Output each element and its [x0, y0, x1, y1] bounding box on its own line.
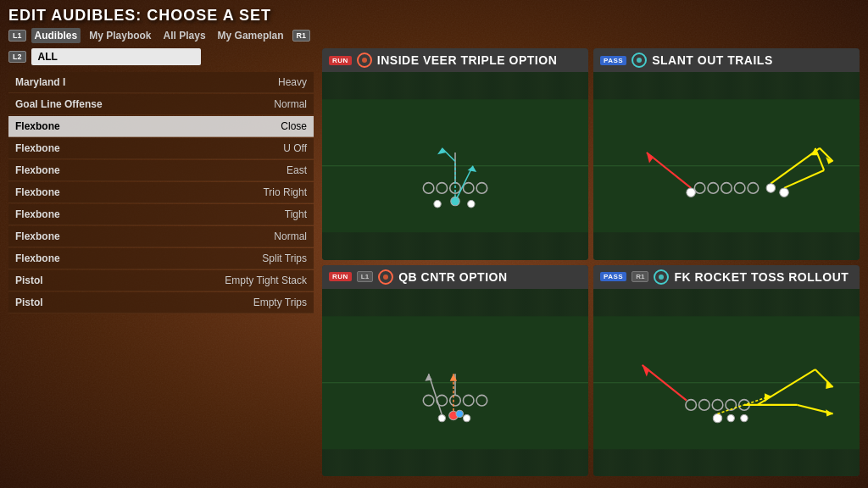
svg-point-47 — [463, 414, 470, 421]
play-card-2[interactable]: PASS SLANT OUT TRAILS — [593, 48, 860, 260]
card-play-name-1: INSIDE VEER TRIPLE OPTION — [377, 53, 557, 67]
card-type-run: RUN — [329, 56, 352, 65]
svg-point-36 — [383, 274, 388, 280]
play-card-1[interactable]: RUN INSIDE VEER TRIPLE OPTION — [322, 48, 588, 260]
page-wrapper: EDIT AUDIBLES: CHOOSE A SET L1 Audibles … — [0, 0, 868, 488]
svg-point-35 — [780, 188, 788, 197]
card-field-2 — [593, 72, 860, 260]
svg-point-53 — [659, 274, 664, 280]
play-formation: Goal Line Offense — [15, 98, 103, 110]
card-type-pass-4: PASS — [600, 272, 626, 281]
play-name: East — [287, 164, 307, 176]
play-name: Tight — [285, 208, 307, 220]
card-field-1 — [322, 72, 588, 260]
play-row[interactable]: Flexbone Trio Right — [8, 182, 314, 203]
play-formation: Flexbone — [15, 142, 60, 154]
svg-point-61 — [713, 413, 721, 422]
svg-point-15 — [434, 201, 441, 208]
play-formation: Flexbone — [15, 164, 60, 176]
card-play-name-3: QB CNTR OPTION — [398, 270, 507, 284]
card-type-run-3: RUN — [329, 272, 352, 281]
card-play-name-2: SLANT OUT TRAILS — [652, 53, 773, 67]
card-controller-r1: R1 — [632, 271, 648, 282]
tab-l1-badge: L1 — [8, 30, 26, 42]
svg-point-33 — [687, 188, 695, 197]
play-row[interactable]: Flexbone East — [8, 160, 314, 181]
play-row[interactable]: Flexbone Close — [8, 116, 314, 137]
card-header-3: RUN L1 QB CNTR OPTION — [322, 265, 588, 289]
tab-all-plays[interactable]: All Plays — [160, 28, 209, 43]
play-name: Split Trips — [262, 252, 307, 264]
tab-audibles[interactable]: Audibles — [31, 28, 81, 43]
play-icon-run-3 — [378, 269, 393, 285]
right-panel: RUN INSIDE VEER TRIPLE OPTION — [322, 48, 860, 476]
card-controller-l1: L1 — [357, 271, 373, 282]
svg-point-34 — [766, 184, 775, 192]
play-name: Normal — [274, 230, 307, 242]
play-icon-pass — [632, 53, 647, 68]
card-play-name-4: FK ROCKET TOSS ROLLOUT — [674, 270, 849, 284]
tab-r1-badge: R1 — [292, 30, 311, 42]
tab-bar: L1 Audibles My Playbook All Plays My Gam… — [8, 28, 860, 43]
play-list: Maryland I Heavy Goal Line Offense Norma… — [8, 72, 314, 313]
play-row[interactable]: Flexbone Split Trips — [8, 248, 314, 269]
tab-my-playbook[interactable]: My Playbook — [86, 28, 154, 43]
play-name: Normal — [274, 98, 307, 110]
svg-point-46 — [438, 414, 445, 421]
play-formation: Pistol — [15, 274, 43, 286]
play-row[interactable]: Maryland I Heavy — [8, 72, 314, 93]
play-name: Empty Tight Stack — [225, 274, 307, 286]
play-formation: Flexbone — [15, 120, 60, 132]
card-header-1: RUN INSIDE VEER TRIPLE OPTION — [322, 48, 588, 72]
tab-my-gameplan[interactable]: My Gameplan — [214, 28, 287, 43]
filter-badge: L2 — [8, 51, 26, 63]
play-name: Heavy — [278, 76, 307, 88]
play-formation: Maryland I — [15, 76, 65, 88]
play-name: Trio Right — [263, 186, 307, 198]
play-row[interactable]: Flexbone Normal — [8, 226, 314, 247]
play-formation: Flexbone — [15, 186, 60, 198]
play-name: Empty Trips — [253, 297, 307, 308]
play-formation: Flexbone — [15, 208, 60, 220]
left-panel: L2 ALL Maryland I Heavy Goal Line Offens… — [8, 48, 314, 476]
svg-point-62 — [727, 414, 734, 421]
header: EDIT AUDIBLES: CHOOSE A SET L1 Audibles … — [8, 7, 860, 43]
play-row[interactable]: Goal Line Offense Normal — [8, 94, 314, 115]
play-name: Close — [281, 120, 307, 132]
play-icon-pass-4 — [654, 269, 669, 285]
filter-bar: L2 ALL — [8, 48, 314, 65]
svg-point-0 — [362, 58, 367, 63]
card-header-4: PASS R1 FK ROCKET TOSS ROLLOUT — [593, 265, 860, 289]
play-name: U Off — [283, 142, 307, 154]
page-title: EDIT AUDIBLES: CHOOSE A SET — [8, 7, 860, 25]
play-row[interactable]: Pistol Empty Tight Stack — [8, 270, 314, 291]
play-row[interactable]: Flexbone U Off — [8, 138, 314, 159]
svg-point-17 — [637, 58, 642, 63]
filter-dropdown[interactable]: ALL — [31, 48, 201, 65]
play-formation: Flexbone — [15, 252, 60, 264]
card-type-pass: PASS — [600, 56, 626, 65]
play-card-4[interactable]: PASS R1 FK ROCKET TOSS ROLLOUT — [593, 265, 860, 477]
play-card-3[interactable]: RUN L1 QB CNTR OPTION — [322, 265, 588, 477]
svg-point-63 — [741, 414, 748, 421]
card-field-3 — [322, 289, 588, 477]
svg-point-48 — [456, 410, 463, 417]
card-header-2: PASS SLANT OUT TRAILS — [593, 48, 860, 72]
play-formation: Flexbone — [15, 230, 60, 242]
play-icon-run — [357, 53, 372, 68]
play-row[interactable]: Pistol Empty Trips — [8, 292, 314, 313]
svg-point-16 — [468, 201, 475, 208]
play-row[interactable]: Flexbone Tight — [8, 204, 314, 225]
play-formation: Pistol — [15, 297, 43, 308]
main-layout: L2 ALL Maryland I Heavy Goal Line Offens… — [8, 48, 860, 476]
card-field-4 — [593, 289, 860, 477]
